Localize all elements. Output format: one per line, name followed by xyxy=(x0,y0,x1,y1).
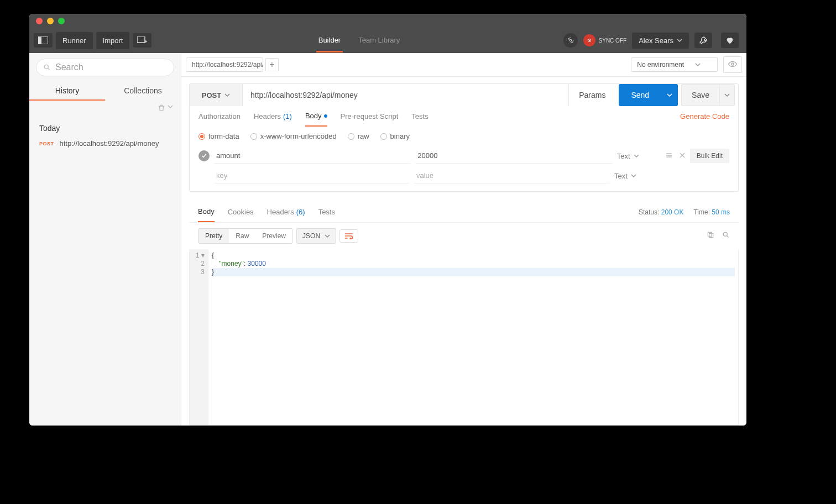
save-dropdown-button[interactable] xyxy=(719,84,735,106)
chevron-down-icon xyxy=(224,92,230,98)
headers-label: Headers xyxy=(267,208,294,216)
search-input[interactable]: Search xyxy=(36,59,174,76)
settings-icon[interactable] xyxy=(694,33,712,48)
radio-raw[interactable]: raw xyxy=(348,132,369,140)
view-pretty-button[interactable]: Pretty xyxy=(198,229,229,243)
view-raw-button[interactable]: Raw xyxy=(229,229,255,243)
history-url: http://localhost:9292/api/money xyxy=(60,139,159,148)
send-dropdown-button[interactable] xyxy=(661,84,678,106)
value-input[interactable]: 20000 xyxy=(415,148,612,164)
body-label: Body xyxy=(305,112,322,120)
type-label: Text xyxy=(614,172,628,180)
generate-code-link[interactable]: Generate Code xyxy=(680,112,729,126)
headers-count: (6) xyxy=(296,208,305,216)
minimize-window-icon[interactable] xyxy=(47,18,54,24)
new-tab-button[interactable]: + xyxy=(133,33,151,48)
svg-point-11 xyxy=(723,232,727,236)
response-tab-headers[interactable]: Headers (6) xyxy=(267,208,305,222)
view-preview-button[interactable]: Preview xyxy=(255,229,292,243)
toggle-sidebar-button[interactable] xyxy=(34,33,53,48)
method-label: POST xyxy=(202,91,221,99)
kv-row: amount 20000 Text Bulk Edit xyxy=(195,146,733,166)
maximize-window-icon[interactable] xyxy=(58,18,65,24)
http-method-select[interactable]: POST xyxy=(190,84,243,106)
response-format-select[interactable]: JSON xyxy=(296,228,336,244)
sync-status[interactable]: SYNC OFF xyxy=(583,34,627,46)
chevron-down-icon xyxy=(667,92,672,98)
response-tab-tests[interactable]: Tests xyxy=(318,208,335,222)
chevron-down-icon[interactable] xyxy=(168,104,173,109)
sidebar-tab-collections[interactable]: Collections xyxy=(105,82,181,101)
search-placeholder: Search xyxy=(55,62,83,72)
environment-quicklook-button[interactable] xyxy=(723,56,742,73)
reorder-icon[interactable] xyxy=(666,151,672,161)
add-request-tab-button[interactable]: + xyxy=(265,58,279,71)
value-input[interactable]: value xyxy=(414,168,610,183)
subtab-body[interactable]: Body xyxy=(305,112,327,127)
radio-label: form-data xyxy=(208,132,239,140)
radio-label: raw xyxy=(358,132,369,140)
window-titlebar xyxy=(29,14,746,28)
radio-binary[interactable]: binary xyxy=(380,132,410,140)
history-item[interactable]: POST http://localhost:9292/api/money xyxy=(29,135,181,152)
params-button[interactable]: Params xyxy=(568,84,615,106)
wrap-lines-button[interactable] xyxy=(339,229,358,243)
row-enabled-checkbox[interactable] xyxy=(198,150,210,161)
subtab-tests[interactable]: Tests xyxy=(411,112,428,126)
subtab-headers[interactable]: Headers (1) xyxy=(254,112,292,126)
svg-point-4 xyxy=(569,39,572,41)
sync-label: SYNC OFF xyxy=(599,38,627,44)
url-input[interactable]: http://localhost:9292/api/money xyxy=(243,84,568,106)
format-label: JSON xyxy=(302,232,320,240)
radio-form-data[interactable]: form-data xyxy=(198,132,239,140)
time-meta: Time: 50 ms xyxy=(693,208,730,216)
sidebar-tab-history[interactable]: History xyxy=(29,82,105,101)
user-menu-button[interactable]: Alex Sears xyxy=(632,33,689,49)
svg-rect-10 xyxy=(708,232,712,236)
key-input[interactable]: amount xyxy=(214,148,411,164)
subtab-authorization[interactable]: Authorization xyxy=(198,112,241,126)
subtab-prerequest[interactable]: Pre-request Script xyxy=(341,112,399,126)
main-panel: http://localhost:9292/api/r + No environ… xyxy=(181,53,746,426)
type-select[interactable]: Text xyxy=(614,172,659,180)
response-code: { "money": 30000 } xyxy=(208,249,738,425)
radio-xwww[interactable]: x-www-form-urlencoded xyxy=(250,132,337,140)
trash-icon[interactable] xyxy=(158,104,165,114)
svg-rect-9 xyxy=(709,234,713,238)
svg-rect-2 xyxy=(137,36,145,43)
interceptor-icon[interactable] xyxy=(563,33,578,48)
search-response-icon[interactable] xyxy=(722,231,730,241)
import-button[interactable]: Import xyxy=(96,32,130,49)
bulk-edit-button[interactable]: Bulk Edit xyxy=(690,149,729,163)
response-toolbar: Pretty Raw Preview JSON xyxy=(189,223,739,249)
search-icon xyxy=(43,64,51,71)
type-select[interactable]: Text xyxy=(617,152,661,160)
environment-label: No environment xyxy=(637,61,684,69)
svg-rect-1 xyxy=(38,36,41,44)
tab-builder[interactable]: Builder xyxy=(316,28,343,53)
sync-icon xyxy=(583,34,595,46)
key-input[interactable]: key xyxy=(214,168,410,183)
user-name: Alex Sears xyxy=(639,36,673,45)
send-button[interactable]: Send xyxy=(619,84,661,106)
environment-select[interactable]: No environment xyxy=(631,57,718,72)
svg-text:+: + xyxy=(144,39,147,44)
postman-window: Runner Import + Builder Team Library SYN… xyxy=(29,14,746,426)
tab-team-library[interactable]: Team Library xyxy=(356,28,402,53)
response-tab-cookies[interactable]: Cookies xyxy=(228,208,254,222)
copy-response-icon[interactable] xyxy=(707,231,714,241)
response-tab-body[interactable]: Body xyxy=(198,207,215,222)
delete-row-icon[interactable] xyxy=(679,151,686,161)
line-gutter: 1 ▾23 xyxy=(190,249,208,425)
kv-row-empty: key value Text xyxy=(195,166,733,186)
request-tab[interactable]: http://localhost:9292/api/r xyxy=(186,57,263,72)
close-window-icon[interactable] xyxy=(36,18,43,24)
radio-label: binary xyxy=(390,132,410,140)
save-button[interactable]: Save xyxy=(681,84,719,106)
runner-button[interactable]: Runner xyxy=(56,32,93,49)
history-group-today: Today xyxy=(29,117,181,135)
body-modified-dot-icon xyxy=(324,114,327,118)
heart-icon[interactable] xyxy=(721,33,739,48)
response-body-editor[interactable]: 1 ▾23 { "money": 30000 } xyxy=(189,249,739,426)
history-method-badge: POST xyxy=(39,141,54,146)
